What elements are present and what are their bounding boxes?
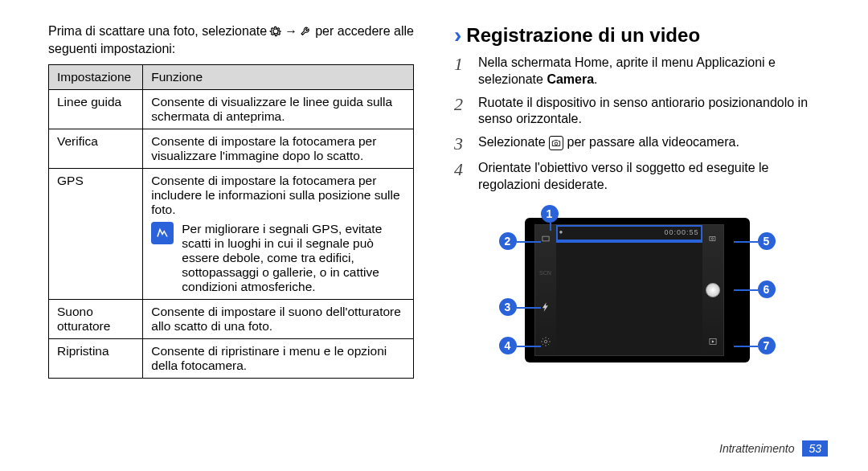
scn-icon: SCN <box>535 263 556 284</box>
setting-desc: Consente di impostare la fotocamera per … <box>143 129 414 169</box>
camera-left-strip: SCN <box>535 225 556 355</box>
note-text: Per migliorare i segnali GPS, evitate sc… <box>182 222 405 294</box>
section-heading: › Registrazione di un video <box>454 24 820 47</box>
step-body: Nella schermata Home, aprite il menu App… <box>478 55 820 88</box>
camera-top-bar: ● 00:00:55 <box>556 225 702 241</box>
settings-gear-icon <box>535 331 556 352</box>
record-button <box>702 280 723 301</box>
rec-indicator-icon: ● <box>559 228 563 236</box>
camera-icon <box>549 136 563 150</box>
right-column: › Registrazione di un video 1 Nella sche… <box>438 24 828 455</box>
callout-4: 4 <box>499 337 517 354</box>
callout-line <box>550 223 551 231</box>
table-row: Suono otturatore Consente di impostare i… <box>49 300 414 339</box>
arrow-icon: → <box>285 24 297 39</box>
table-row: Ripristina Consente di ripristinare i me… <box>49 339 414 379</box>
rec-time: 00:00:55 <box>664 228 698 236</box>
callout-line <box>734 289 758 291</box>
wrench-icon <box>299 24 313 39</box>
svg-point-1 <box>544 340 547 343</box>
intro-text: Prima di scattare una foto, selezionate … <box>48 24 414 39</box>
gallery-icon <box>702 331 723 352</box>
step-number: 2 <box>454 95 470 129</box>
step-2: 2 Ruotate il dispositivo in senso antior… <box>454 95 820 129</box>
step-number: 4 <box>454 160 470 194</box>
col-header-setting: Impostazione <box>49 65 143 90</box>
camera-right-strip <box>702 225 723 355</box>
setting-desc: Consente di visualizzare le linee guida … <box>143 90 414 129</box>
left-column: Prima di scattare una foto, selezionate … <box>40 24 438 455</box>
table-row: Verifica Consente di impostare la fotoca… <box>49 129 414 169</box>
note-block: Per migliorare i segnali GPS, evitate sc… <box>151 222 405 294</box>
table-row: GPS Consente di impostare la fotocamera … <box>49 169 414 300</box>
step-number: 1 <box>454 55 470 88</box>
step-body: Orientate l'obiettivo verso il soggetto … <box>478 160 820 194</box>
callout-7: 7 <box>758 337 776 354</box>
intro-after: per accedere alle <box>315 24 414 39</box>
callout-1: 1 <box>541 205 559 223</box>
callout-line <box>734 241 758 243</box>
table-header-row: Impostazione Funzione <box>49 65 414 90</box>
callout-line <box>517 346 541 347</box>
step-4: 4 Orientate l'obiettivo verso il soggett… <box>454 160 820 194</box>
setting-name: Ripristina <box>49 339 143 379</box>
table-row: Linee guida Consente di visualizzare le … <box>49 90 414 129</box>
step-number: 3 <box>454 134 470 154</box>
step-text: Nella schermata Home, aprite il menu App… <box>478 55 776 86</box>
intro-line2: seguenti impostazioni: <box>48 42 414 56</box>
svg-rect-2 <box>709 237 714 241</box>
footer-section: Intrattenimento <box>719 442 794 455</box>
callout-5: 5 <box>758 232 776 250</box>
callout-line <box>517 307 541 309</box>
setting-name: GPS <box>49 169 143 300</box>
col-header-function: Funzione <box>143 65 414 90</box>
step-1: 1 Nella schermata Home, aprite il menu A… <box>454 55 820 88</box>
callout-6: 6 <box>758 281 776 298</box>
setting-desc: Consente di impostare il suono dell'ottu… <box>143 300 414 339</box>
gps-desc: Consente di impostare la fotocamera per … <box>151 174 405 217</box>
setting-name: Verifica <box>49 129 143 169</box>
step-text-post: . <box>594 72 597 86</box>
settings-table: Impostazione Funzione Linee guida Consen… <box>48 64 414 379</box>
page-footer: Intrattenimento 53 <box>719 440 828 457</box>
step-body: Ruotate il dispositivo in senso antiorar… <box>478 95 820 129</box>
gear-icon <box>268 24 283 39</box>
svg-point-3 <box>711 238 713 240</box>
step-body: Selezionate per passare alla videocamera… <box>478 134 820 154</box>
callout-2: 2 <box>499 232 517 250</box>
step-text-post: per passare alla videocamera. <box>567 135 739 149</box>
setting-desc: Consente di ripristinare i menu e le opz… <box>143 339 414 379</box>
switch-cam-icon <box>702 228 723 249</box>
phone-screen: SCN ● 00:00:55 <box>534 224 724 356</box>
setting-name: Linee guida <box>49 90 143 129</box>
setting-desc: Consente di impostare la fotocamera per … <box>143 169 414 300</box>
camera-diagram: SCN ● 00:00:55 <box>493 210 782 371</box>
step-3: 3 Selezionate per passare alla videocame… <box>454 134 820 154</box>
step-bold: Camera <box>547 72 594 86</box>
step-text: Selezionate <box>478 135 549 149</box>
svg-rect-0 <box>542 236 548 241</box>
page-number: 53 <box>802 440 828 457</box>
chevron-icon: › <box>454 24 461 47</box>
mode-icon <box>535 228 556 249</box>
intro-before: Prima di scattare una foto, selezionate <box>48 24 267 39</box>
callout-3: 3 <box>499 298 517 316</box>
note-icon <box>151 222 174 244</box>
callout-line <box>734 346 758 347</box>
heading-text: Registrazione di un video <box>466 24 700 47</box>
callout-line <box>517 241 541 243</box>
setting-name: Suono otturatore <box>49 300 143 339</box>
